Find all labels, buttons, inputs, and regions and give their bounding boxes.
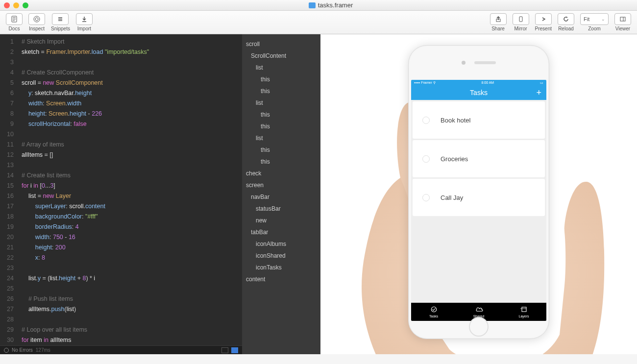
- code-line[interactable]: list.y = (list.height + 8) * i: [22, 273, 242, 284]
- code-line[interactable]: # Create list items: [22, 170, 242, 181]
- code-line[interactable]: [22, 315, 242, 325]
- layer-item[interactable]: this: [242, 73, 320, 85]
- code-line[interactable]: # Push list items: [22, 294, 242, 304]
- code-line[interactable]: [22, 57, 242, 68]
- layer-item[interactable]: new: [242, 215, 320, 226]
- task-card[interactable]: Call Jay: [413, 179, 545, 216]
- layer-item[interactable]: this: [242, 144, 320, 156]
- layer-item[interactable]: this: [242, 85, 320, 97]
- layer-item[interactable]: tabBar: [242, 226, 320, 238]
- code-line[interactable]: y: sketch.navBar.height: [22, 88, 242, 98]
- line-number: 16: [0, 191, 14, 201]
- minimize-window-button[interactable]: [13, 2, 19, 8]
- layer-item[interactable]: list: [242, 132, 320, 144]
- phone-speaker: [474, 61, 496, 64]
- layer-item[interactable]: statusBar: [242, 203, 320, 215]
- tab-tasks[interactable]: Tasks: [411, 303, 456, 321]
- layer-item[interactable]: content: [242, 273, 320, 285]
- code-line[interactable]: list = new Layer: [22, 191, 242, 201]
- tab-layers[interactable]: Layers: [501, 303, 546, 321]
- tasks-icon: [430, 306, 438, 313]
- code-line[interactable]: allItems.push(list): [22, 304, 242, 315]
- layer-item[interactable]: list: [242, 62, 320, 73]
- line-number: 6: [0, 88, 14, 98]
- layer-item[interactable]: iconShared: [242, 250, 320, 262]
- layer-item[interactable]: check: [242, 168, 320, 179]
- snippets-button[interactable]: Snippets: [51, 13, 70, 31]
- code-line[interactable]: # Create ScrollComponent: [22, 68, 242, 78]
- layer-item[interactable]: this: [242, 156, 320, 168]
- line-number: 5: [0, 78, 14, 88]
- layer-item[interactable]: navBar: [242, 191, 320, 203]
- line-number: 3: [0, 57, 14, 68]
- code-line[interactable]: [22, 129, 242, 140]
- task-checkbox[interactable]: [422, 194, 430, 201]
- code-line[interactable]: # Array of items: [22, 140, 242, 150]
- code-line[interactable]: height: 200: [22, 243, 242, 253]
- code-line[interactable]: [22, 284, 242, 294]
- battery-icon: ▭: [540, 81, 543, 85]
- svg-point-4: [35, 18, 38, 21]
- task-card[interactable]: Book hotel: [413, 101, 545, 139]
- present-button[interactable]: Present: [535, 13, 552, 31]
- zoom-value: Fit: [584, 16, 589, 22]
- task-checkbox[interactable]: [422, 117, 430, 124]
- code-line[interactable]: scroll = new ScrollComponent: [22, 78, 242, 88]
- code-line[interactable]: scrollHorizontal: false: [22, 119, 242, 129]
- code-editor[interactable]: 1234567891011121314151617181920212223242…: [0, 34, 242, 354]
- layout-toggle-icon[interactable]: [231, 347, 238, 353]
- code-line[interactable]: # Sketch Import: [22, 37, 242, 47]
- code-line[interactable]: for item in allItems: [22, 335, 242, 345]
- add-task-button[interactable]: +: [536, 88, 541, 98]
- viewer-button[interactable]: Viewer: [614, 13, 631, 31]
- line-number: 24: [0, 273, 14, 284]
- code-line[interactable]: sketch = Framer.Importer.load "imported/…: [22, 47, 242, 57]
- svg-point-5: [34, 16, 40, 22]
- line-number: 27: [0, 304, 14, 315]
- code-line[interactable]: width: Screen.width: [22, 98, 242, 109]
- fullscreen-window-button[interactable]: [23, 2, 28, 8]
- layer-item[interactable]: list: [242, 97, 320, 109]
- layer-item[interactable]: screen: [242, 179, 320, 191]
- layer-item[interactable]: this: [242, 121, 320, 132]
- code-line[interactable]: [22, 263, 242, 273]
- home-button[interactable]: [469, 317, 489, 337]
- code-line[interactable]: for i in [0...3]: [22, 181, 242, 191]
- close-window-button[interactable]: [4, 2, 10, 8]
- import-button[interactable]: Import: [76, 13, 93, 31]
- layer-item[interactable]: iconTasks: [242, 262, 320, 273]
- toolbar-label: Zoom: [588, 26, 601, 31]
- mirror-button[interactable]: Mirror: [513, 13, 529, 31]
- toolbar: DocsInspectSnippetsImport ShareMirrorPre…: [0, 11, 637, 34]
- code-line[interactable]: [22, 160, 242, 170]
- code-line[interactable]: # Loop over all list items: [22, 325, 242, 335]
- line-number: 4: [0, 68, 14, 78]
- docs-button[interactable]: Docs: [6, 13, 23, 31]
- console-toggle-icon[interactable]: [221, 347, 228, 353]
- toolbar-label: Viewer: [615, 26, 630, 31]
- code-line[interactable]: width: 750 - 16: [22, 232, 242, 243]
- layer-item[interactable]: iconAlbums: [242, 238, 320, 250]
- reload-button[interactable]: Reload: [558, 13, 574, 31]
- layer-item[interactable]: this: [242, 109, 320, 121]
- editor-status-bar: No Errors 127ms: [0, 345, 242, 354]
- code-line[interactable]: x: 8: [22, 253, 242, 263]
- clock: 8:00 AM: [482, 81, 494, 84]
- share-button[interactable]: Share: [490, 13, 507, 31]
- snippets-icon: [52, 13, 69, 25]
- svg-rect-15: [522, 307, 526, 312]
- task-card[interactable]: Groceries: [413, 140, 545, 177]
- code-line[interactable]: superLayer: scroll.content: [22, 201, 242, 212]
- code-line[interactable]: borderRadius: 4: [22, 222, 242, 232]
- mirror-icon: [513, 13, 529, 25]
- layer-item[interactable]: scroll: [242, 38, 320, 50]
- layer-item[interactable]: ScrollContent: [242, 50, 320, 62]
- layer-panel[interactable]: scrollScrollContentlistthisthislistthist…: [242, 34, 320, 354]
- zoom-button[interactable]: Fit⌄Zoom: [580, 13, 609, 31]
- task-checkbox[interactable]: [422, 155, 430, 163]
- code-line[interactable]: allItems = []: [22, 150, 242, 160]
- code-line[interactable]: height: Screen.height - 226: [22, 109, 242, 119]
- inspect-button[interactable]: Inspect: [28, 13, 45, 31]
- code-line[interactable]: backgroundColor: "#fff": [22, 212, 242, 222]
- phone-screen[interactable]: ••••• Framer ⚲ 8:00 AM ▭ Tasks + Book ho…: [411, 80, 546, 321]
